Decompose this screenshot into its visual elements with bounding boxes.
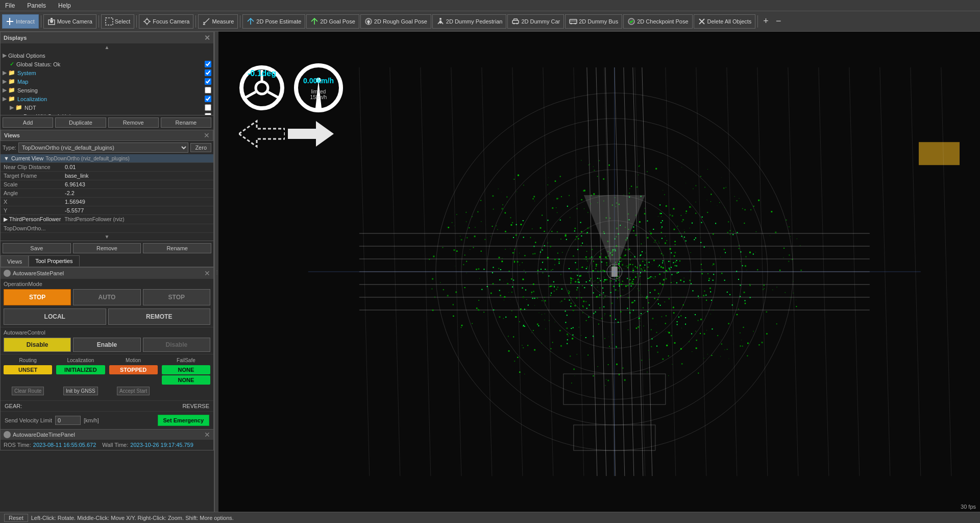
display-item-localization[interactable]: ▶ 📁 Localization [1,94,213,103]
dummy-pedestrian-btn[interactable]: 2D Dummy Pedestrian [432,14,507,29]
motion-status: STOPPED [109,365,158,374]
pose-checkbox[interactable] [205,113,211,115]
display-item-map[interactable]: ▶ 📁 Map [1,77,213,86]
toolbar-sep-6 [757,15,758,28]
checkpoint-pose-btn[interactable]: 2D Checkpoint Pose [623,14,692,29]
stop-mode-btn[interactable]: STOP [143,289,210,305]
tab-views[interactable]: Views [1,255,29,267]
ndt-checkbox[interactable] [205,104,211,111]
svg-rect-18 [512,20,519,23]
localization-status: INITIALIZED [56,365,105,374]
minus-btn[interactable]: − [773,16,785,27]
move-camera-btn[interactable]: Move Camera [43,14,96,29]
menu-help[interactable]: Help [55,1,74,10]
display-item-sensing[interactable]: ▶ 📁 Sensing [1,86,213,94]
scroll-up[interactable]: ▲ [1,43,213,51]
displays-close[interactable]: ✕ [204,34,210,41]
display-item-system[interactable]: ▶ 📁 System [1,68,213,77]
delete-all-btn[interactable]: Delete All Objects [694,14,756,29]
resize-handle[interactable]: ⋮ [214,32,218,512]
system-checkbox[interactable] [205,69,211,76]
rename-display-btn[interactable]: Rename [161,117,211,128]
folder-icon: 📁 [8,96,15,102]
dummy-bus-btn[interactable]: 2D Dummy Bus [565,14,622,29]
arrow-icon: ▶ [10,104,14,111]
select-btn[interactable]: Select [101,14,135,29]
tab-tool-properties[interactable]: Tool Properties [29,255,79,267]
reset-btn[interactable]: Reset [4,514,28,522]
arrow-icon: ▶ [3,96,7,102]
localization-checkbox[interactable] [205,96,211,102]
rename-view-btn[interactable]: Rename [143,243,211,253]
accept-start-btn[interactable]: Accept Start [117,387,150,395]
display-label: Map [17,79,28,85]
views-table: ▼ Current View TopDownOrtho (rviz_defaul… [1,154,213,233]
interact-btn[interactable]: Interact [2,14,39,29]
pose-icon: ✏ [17,113,21,115]
clear-route-btn[interactable]: Clear Route [12,387,44,395]
init-gnss-btn[interactable]: Init by GNSS [63,387,98,395]
view-row-y: Y -5.5577 [1,206,213,215]
dt-panel-title: AutowareDateTimePanel [13,432,75,438]
view-field-label: Angle [1,189,62,198]
folder-icon: 📁 [15,104,22,111]
goal-pose-btn[interactable]: 2D Goal Pose [306,14,359,29]
velocity-input[interactable] [55,416,81,425]
measure-btn[interactable]: Measure [198,14,238,29]
check-icon: ✓ [10,61,14,67]
pose-estimate-btn[interactable]: 2D Pose Estimate [242,14,305,29]
display-item-global-status[interactable]: ✓ Global Status: Ok [1,60,213,68]
add-display-btn[interactable]: Add [3,117,53,128]
svg-line-16 [438,22,439,24]
menu-file[interactable]: File [2,1,18,10]
ros-time-item: ROS Time: 2023-08-11 16:55:05.672 [4,442,96,448]
set-emergency-btn[interactable]: Set Emergency [158,415,209,426]
svg-point-3 [145,19,149,23]
map-checkbox[interactable] [205,78,211,85]
dummy-car-btn[interactable]: 2D Dummy Car [507,14,564,29]
view-field-label: X [1,198,62,206]
focus-camera-btn[interactable]: Focus Camera [139,14,193,29]
display-item-ndt[interactable]: ▶ 📁 NDT [1,103,213,112]
views-type-select[interactable]: TopDownOrtho (rviz_default_plugins) [18,142,188,153]
svg-point-24 [575,22,576,24]
remote-btn[interactable]: REMOTE [108,308,211,325]
disable2-ctrl-btn[interactable]: Disable [143,338,210,352]
add-btn[interactable]: + [760,16,772,27]
views-close[interactable]: ✕ [204,132,210,139]
stop-btn[interactable]: STOP [4,289,71,305]
dt-close[interactable]: ✕ [204,431,210,438]
arrow-icon: ▶ [3,52,7,59]
goal-pose-icon [310,17,318,26]
third-person-label: ThirdPersonFollower [9,216,61,222]
viewport[interactable]: -0.1deg 0.00km/h [218,32,980,512]
fps-counter: 30 fps [961,504,976,510]
svg-point-20 [517,22,518,24]
status-section: Routing Localization Motion FailSafe UNS… [1,354,213,400]
enable-ctrl-btn[interactable]: Enable [73,338,140,352]
menu-panels[interactable]: Panels [24,1,49,10]
remove-display-btn[interactable]: Remove [108,117,159,128]
dt-header: AutowareDateTimePanel ✕ [1,430,213,440]
svg-rect-21 [570,19,577,23]
views-scroll-down[interactable]: ▼ [1,233,213,241]
gear-label: GEAR: [5,403,22,409]
remove-view-btn[interactable]: Remove [73,243,141,253]
auto-btn[interactable]: AUTO [73,289,140,305]
global-status-checkbox[interactable] [205,61,211,67]
save-view-btn[interactable]: Save [3,243,71,253]
autoware-panel-close[interactable]: ✕ [204,270,210,277]
disable-ctrl-btn[interactable]: Disable [4,338,71,352]
svg-rect-1 [51,18,53,19]
views-zero-btn[interactable]: Zero [190,143,211,152]
display-item-global-options[interactable]: ▶ Global Options [1,51,213,60]
local-btn[interactable]: LOCAL [4,308,106,325]
duplicate-btn[interactable]: Duplicate [55,117,106,128]
statusbar-hint: Left-Click: Rotate. Middle-Click: Move X… [31,515,234,521]
sensing-checkbox[interactable] [205,87,211,93]
views-header[interactable]: Views ✕ [1,130,213,141]
arrow-icon: ▶ [3,78,7,85]
gear-section: GEAR: REVERSE [1,400,213,411]
op-mode-section: OperationMode STOP AUTO STOP LOCAL REMOT… [1,279,213,327]
rough-goal-pose-btn[interactable]: 2D Rough Goal Pose [360,14,431,29]
